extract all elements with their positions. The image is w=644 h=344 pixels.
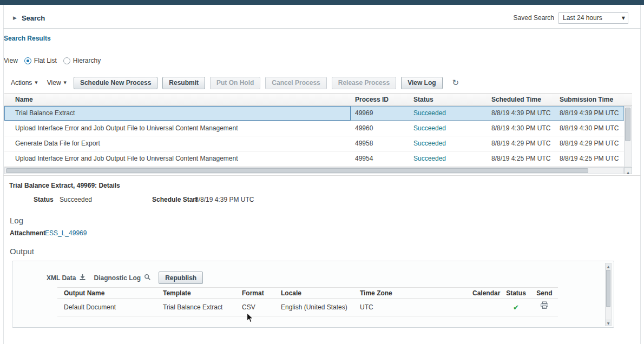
search-section-header: ▶ Search [13, 12, 45, 24]
cell-submission-time: 8/8/19 4:29 PM UTC [555, 136, 624, 151]
actions-menu[interactable]: Actions ▼ [9, 79, 40, 87]
output-column-send: Send [531, 288, 558, 299]
column-header-process-id[interactable]: Process ID [351, 94, 409, 105]
panel-splitter [3, 175, 641, 176]
cell-submission-time: 8/8/19 4:25 PM UTC [555, 151, 624, 166]
diagnostic-log-icon[interactable] [144, 274, 151, 282]
xml-data-label: XML Data [47, 274, 76, 282]
search-section-title: Search [22, 14, 45, 22]
output-cell-output-name: Default Document [57, 299, 156, 316]
output-toolbar: XML Data Diagnostic Log Republish [47, 272, 203, 284]
view-log-button[interactable]: View Log [401, 77, 442, 89]
diagnostic-log-label: Diagnostic Log [94, 274, 141, 282]
vertical-scrollbar[interactable] [624, 106, 632, 167]
radio-hierarchy[interactable]: Hierarchy [63, 57, 101, 64]
output-column-status: Status [501, 288, 531, 299]
view-menu[interactable]: View ▼ [45, 79, 69, 87]
output-row[interactable]: Default Document Trial Balance Extract C… [57, 299, 558, 316]
scheduled-processes-screen: ▶ Search Saved Search Last 24 hours ▼ Se… [0, 0, 644, 344]
output-column-template: Template [156, 288, 235, 299]
cell-name: Upload Interface Error and Job Output Fi… [4, 121, 351, 136]
output-table: Output Name Template Format Locale Time … [57, 287, 558, 316]
table-row[interactable]: Generate Data File for Export 49958 Succ… [4, 136, 624, 151]
output-cell-locale: English (United States) [274, 299, 353, 316]
radio-hierarchy-label: Hierarchy [73, 57, 101, 64]
attachment-link[interactable]: ESS_L_49969 [45, 229, 87, 237]
scrollbar-corner[interactable]: ▲ [624, 167, 632, 174]
cell-status: Succeeded [409, 121, 487, 136]
table-row[interactable]: Upload Interface Error and Job Output Fi… [4, 121, 624, 136]
cell-name: Generate Data File for Export [4, 136, 351, 151]
download-icon[interactable] [79, 274, 86, 282]
scrollbar-thumb[interactable] [6, 168, 588, 173]
output-vertical-scrollbar[interactable]: ▲ ▼ [605, 263, 612, 326]
status-label: Status [34, 196, 54, 203]
global-header-bar [0, 0, 644, 5]
cell-status: Succeeded [409, 151, 487, 166]
chevron-down-icon: ▼ [64, 81, 67, 85]
chevron-down-icon: ▼ [622, 16, 625, 21]
table-row[interactable]: Trial Balance Extract 49969 Succeeded 8/… [4, 106, 624, 121]
success-check-icon: ✔ [513, 299, 519, 316]
output-section-title: Output [10, 247, 34, 256]
horizontal-scrollbar[interactable] [4, 167, 624, 174]
saved-search-select[interactable]: Last 24 hours ▼ [558, 12, 628, 24]
refresh-icon[interactable]: ↻ [452, 79, 459, 87]
schedule-new-process-button[interactable]: Schedule New Process [74, 77, 157, 89]
status-value: Succeeded [60, 196, 92, 203]
scroll-up-icon: ▲ [627, 170, 629, 174]
scrollbar-thumb[interactable] [625, 108, 630, 141]
radio-unselected-icon [63, 57, 70, 64]
chevron-down-icon: ▼ [35, 81, 37, 85]
release-process-button: Release Process [332, 77, 396, 89]
output-cell-time-zone: UTC [353, 299, 466, 316]
column-header-submission-time[interactable]: Submission Time [555, 94, 624, 105]
cell-process-id: 49960 [351, 121, 409, 136]
attachment-label: Attachment [10, 229, 45, 237]
results-toolbar: Actions ▼ View ▼ Schedule New Process Re… [9, 76, 459, 89]
cell-scheduled-time: 8/8/19 4:39 PM UTC [487, 106, 555, 121]
resubmit-button[interactable]: Resubmit [162, 77, 205, 89]
print-icon[interactable] [540, 299, 549, 316]
schedule-start-label: Schedule Start [152, 196, 198, 203]
radio-flat-list[interactable]: Flat List [24, 57, 57, 64]
output-cell-calendar [466, 299, 501, 316]
output-column-time-zone: Time Zone [353, 288, 466, 299]
cell-scheduled-time: 8/8/19 4:29 PM UTC [487, 136, 555, 151]
cell-scheduled-time: 8/8/19 4:25 PM UTC [487, 151, 555, 166]
output-cell-template: Trial Balance Extract [156, 299, 235, 316]
output-column-calendar: Calendar [466, 288, 501, 299]
cell-process-id: 49969 [351, 106, 409, 121]
expand-arrow-icon[interactable]: ▶ [13, 15, 17, 21]
radio-flat-list-label: Flat List [34, 57, 57, 64]
cell-submission-time: 8/8/19 4:39 PM UTC [555, 106, 624, 121]
output-column-locale: Locale [274, 288, 353, 299]
log-section-title: Log [10, 216, 23, 225]
column-header-scheduled-time[interactable]: Scheduled Time [487, 94, 555, 105]
output-panel: XML Data Diagnostic Log Republish Output… [12, 261, 614, 328]
view-label: View [4, 57, 18, 64]
search-results-title: Search Results [4, 35, 51, 42]
cell-process-id: 49954 [351, 151, 409, 166]
column-header-name[interactable]: Name [4, 94, 351, 105]
output-table-header: Output Name Template Format Locale Time … [57, 287, 558, 299]
table-row[interactable]: Upload Interface Error and Job Output Fi… [4, 151, 624, 167]
cell-name: Trial Balance Extract [4, 106, 351, 121]
details-title: Trial Balance Extract, 49969: Details [9, 182, 120, 189]
radio-selected-icon [24, 57, 31, 64]
cell-submission-time: 8/8/19 4:30 PM UTC [555, 121, 624, 136]
republish-button[interactable]: Republish [159, 272, 203, 284]
cell-process-id: 49958 [351, 136, 409, 151]
scroll-up-icon[interactable]: ▲ [606, 263, 611, 269]
schedule-start-value: 8/8/19 4:39 PM UTC [195, 196, 254, 203]
scrollbar-thumb[interactable] [606, 270, 610, 307]
section-divider [3, 28, 641, 29]
saved-search-group: Saved Search Last 24 hours ▼ [514, 12, 628, 24]
column-header-status[interactable]: Status [409, 94, 487, 105]
cell-name: Upload Interface Error and Job Output Fi… [4, 151, 351, 166]
actions-menu-label: Actions [11, 79, 32, 87]
output-cell-send [531, 299, 558, 316]
cell-scheduled-time: 8/8/19 4:30 PM UTC [487, 121, 555, 136]
results-table: Trial Balance Extract 49969 Succeeded 8/… [4, 106, 624, 167]
scroll-down-icon[interactable]: ▼ [606, 320, 611, 326]
